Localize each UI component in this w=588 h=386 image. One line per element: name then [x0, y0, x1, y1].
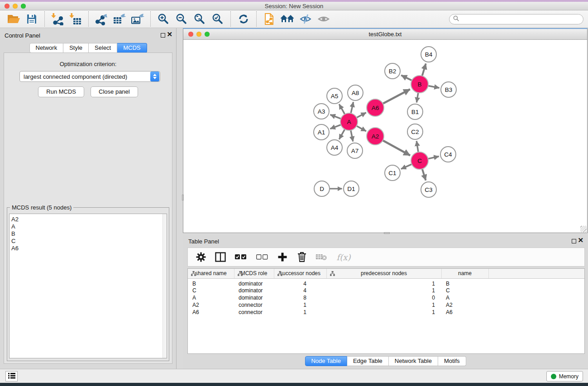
column-header[interactable]: shared name — [188, 269, 234, 278]
column-header[interactable]: name — [441, 269, 488, 278]
graph-edge[interactable] — [330, 125, 341, 129]
memory-button[interactable]: Memory — [546, 371, 583, 381]
column-browser-icon[interactable] — [215, 251, 226, 263]
function-builder-icon[interactable]: f(x) — [335, 251, 352, 263]
float-table-panel-icon[interactable] — [572, 239, 576, 243]
export-network-icon[interactable] — [92, 11, 110, 27]
node-table-header-row: shared nameMCDS rolesuccessor nodesprede… — [188, 269, 584, 278]
criterion-dropdown[interactable]: largest connected component (directed) — [19, 71, 160, 82]
graph-edge[interactable] — [428, 157, 439, 159]
tab-network[interactable]: Network — [29, 43, 63, 53]
graph-node-label: A — [347, 119, 351, 125]
graph-edge[interactable] — [351, 102, 353, 113]
graph-edge[interactable] — [383, 89, 410, 104]
memory-status-icon — [551, 374, 556, 379]
mcds-list-scrollbar[interactable] — [163, 214, 167, 358]
main-toolbar — [0, 10, 588, 28]
float-panel-icon[interactable] — [161, 33, 165, 38]
attribute-icon — [238, 271, 243, 277]
zoom-in-icon[interactable] — [154, 11, 172, 27]
column-header[interactable]: successor nodes — [274, 269, 326, 278]
splitter-handle-bottom[interactable] — [384, 232, 390, 234]
graph-edge[interactable] — [416, 141, 418, 152]
graph-node-label: B2 — [389, 68, 397, 75]
graph-edge[interactable] — [428, 86, 440, 88]
table-row[interactable]: A6connector11A6 — [188, 309, 584, 316]
hide-graphics-details-icon[interactable] — [296, 11, 315, 27]
network-window-titlebar[interactable]: testGlobe.txt — [183, 29, 587, 40]
close-panel-button[interactable]: Close panel — [91, 86, 138, 97]
mcds-result-item[interactable]: A2 — [10, 214, 167, 223]
mcds-result-item[interactable]: A — [10, 223, 167, 230]
add-column-icon[interactable] — [277, 251, 288, 263]
delete-table-icon[interactable] — [316, 251, 327, 263]
graph-edge[interactable] — [351, 130, 353, 142]
graph-edge[interactable] — [422, 169, 426, 180]
graph-edge[interactable] — [383, 140, 410, 155]
search-input[interactable] — [461, 16, 579, 22]
tab-mcds[interactable]: MCDS — [117, 43, 147, 53]
column-header[interactable]: predecessor nodes — [326, 269, 441, 278]
graph-edge[interactable] — [339, 129, 344, 139]
save-session-icon[interactable] — [23, 11, 41, 27]
close-table-panel-icon[interactable]: ✕ — [578, 236, 583, 244]
mcds-result-item[interactable]: B — [10, 230, 167, 238]
export-table-icon[interactable] — [110, 11, 129, 27]
zoom-selected-icon[interactable] — [209, 11, 227, 27]
export-image-icon[interactable] — [129, 11, 147, 27]
graph-node-label: B1 — [411, 109, 419, 115]
table-row[interactable]: Adominator80A — [188, 294, 584, 301]
mcds-result-title: MCDS result (5 nodes) — [10, 204, 73, 211]
gear-icon[interactable] — [195, 251, 207, 263]
graph-edge[interactable] — [401, 75, 412, 80]
optimization-criterion-label: Optimization criterion: — [4, 61, 172, 67]
graph-node-label: A2 — [372, 133, 379, 140]
mcds-result-item[interactable]: A6 — [10, 245, 167, 252]
memory-label: Memory — [559, 373, 578, 380]
tab-select[interactable]: Select — [89, 43, 117, 53]
network-canvas[interactable]: AA1A2A3A4A5A6A7A8BB1B2B3B4CC1C2C3C4DD1 — [183, 40, 587, 233]
show-graphics-details-icon[interactable] — [315, 11, 333, 27]
zoom-out-icon[interactable] — [172, 11, 191, 27]
tab-edge-table[interactable]: Edge Table — [347, 356, 389, 366]
column-header[interactable]: MCDS role — [234, 269, 274, 278]
mcds-result-list[interactable]: A2ABCA6 — [9, 214, 167, 358]
select-all-icon[interactable] — [234, 251, 248, 263]
home-layout-icon[interactable] — [278, 11, 296, 27]
graph-edge[interactable] — [339, 104, 344, 114]
graph-edge[interactable] — [330, 114, 341, 119]
mcds-tab-content: Optimization criterion: largest connecte… — [4, 52, 172, 364]
graph-edge[interactable] — [401, 164, 412, 169]
node-table[interactable]: shared nameMCDS rolesuccessor nodesprede… — [187, 268, 585, 354]
import-network-icon[interactable] — [48, 11, 67, 27]
delete-column-icon[interactable] — [296, 251, 308, 263]
task-history-button[interactable] — [5, 371, 18, 381]
open-session-icon[interactable] — [5, 11, 23, 27]
graph-node-label: A7 — [351, 148, 359, 154]
table-row[interactable]: A2connector11A2 — [188, 301, 584, 309]
mcds-result-item[interactable]: C — [10, 238, 167, 245]
splitter-handle-left[interactable] — [182, 195, 184, 200]
graph-edge[interactable] — [422, 63, 426, 76]
close-panel-icon[interactable]: ✕ — [167, 30, 172, 38]
run-mcds-button[interactable]: Run MCDS — [38, 86, 84, 97]
tab-motifs[interactable]: Motifs — [438, 356, 466, 366]
graph-node-label: A8 — [352, 90, 359, 96]
graph-edge[interactable] — [357, 113, 366, 118]
table-row[interactable]: Cdominator41C — [188, 287, 584, 294]
deselect-all-icon[interactable] — [255, 251, 269, 263]
graph-edge[interactable] — [357, 126, 366, 131]
graph-edge[interactable] — [416, 93, 418, 103]
zoom-fit-icon[interactable] — [191, 11, 209, 27]
tab-node-table[interactable]: Node Table — [305, 356, 347, 366]
search-field[interactable] — [449, 14, 583, 24]
table-row[interactable]: Bdominator41B — [188, 278, 584, 287]
import-table-icon[interactable] — [67, 11, 85, 27]
network-graph[interactable]: AA1A2A3A4A5A6A7A8BB1B2B3B4CC1C2C3C4DD1 — [183, 40, 587, 233]
refresh-icon[interactable] — [234, 11, 253, 27]
app-title: Session: New Session — [0, 2, 588, 10]
window-resize-grip-icon[interactable] — [580, 226, 587, 232]
tab-network-table[interactable]: Network Table — [389, 356, 438, 366]
tab-style[interactable]: Style — [63, 43, 89, 53]
new-network-from-selection-icon[interactable] — [260, 11, 278, 27]
